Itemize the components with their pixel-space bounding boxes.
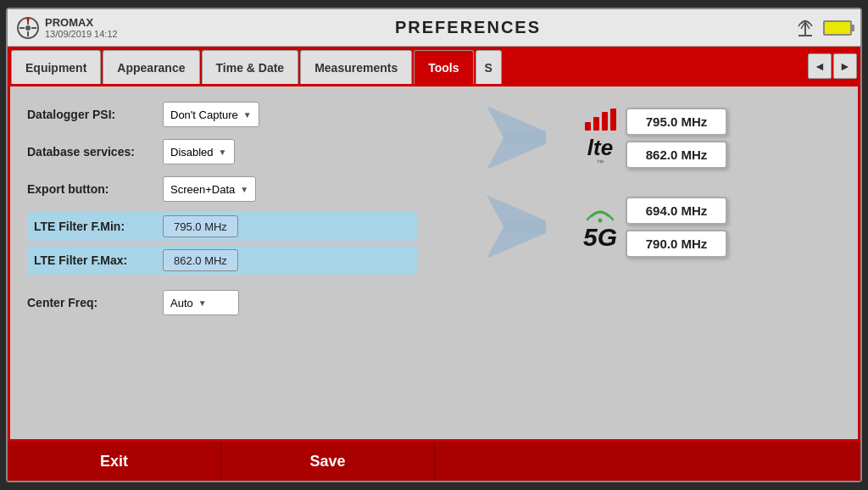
nav-prev-button[interactable]: ◄ <box>808 53 832 79</box>
viz-panel: lte ™ 795.0 MHz 862.0 MHz <box>487 98 843 427</box>
lte-freq-min-box[interactable]: 795.0 MHz <box>626 108 727 136</box>
svg-rect-13 <box>585 122 591 131</box>
tab-timedate[interactable]: Time & Date <box>202 50 299 84</box>
center-freq-value: Auto <box>170 297 193 309</box>
bottom-bar: Exit Save <box>8 442 860 481</box>
fiveg-freq-max-box[interactable]: 790.0 MHz <box>626 230 727 258</box>
export-label: Export button: <box>27 182 163 196</box>
lte-funnel-icon <box>487 102 580 174</box>
export-row: Export button: Screen+Data ▼ <box>27 175 417 203</box>
lte-freq-max-box[interactable]: 862.0 MHz <box>626 141 727 169</box>
center-freq-label: Center Freq: <box>27 296 163 309</box>
lte-section: lte ™ 795.0 MHz 862.0 MHz <box>487 102 843 174</box>
nav-next-button[interactable]: ► <box>833 53 857 79</box>
svg-rect-16 <box>610 109 616 131</box>
empty-area <box>435 442 860 481</box>
datalogger-row: Datalogger PSI: Don't Capture ▼ <box>27 100 417 129</box>
exit-button[interactable]: Exit <box>8 442 221 481</box>
svg-marker-18 <box>504 220 546 233</box>
brand-date: 13/09/2019 14:12 <box>45 29 118 39</box>
datalogger-select[interactable]: Don't Capture ▼ <box>163 102 259 127</box>
window-title: PREFERENCES <box>152 18 784 37</box>
export-arrow: ▼ <box>240 185 248 194</box>
svg-rect-15 <box>602 112 608 131</box>
database-select[interactable]: Disabled ▼ <box>163 139 235 164</box>
tab-appearance[interactable]: Appearance <box>103 50 199 84</box>
center-freq-select[interactable]: Auto ▼ <box>163 290 239 315</box>
fiveg-freq-boxes: 694.0 MHz 790.0 MHz <box>626 197 727 258</box>
lte-min-label: LTE Filter F.Min: <box>34 220 163 233</box>
lte-max-label: LTE Filter F.Max: <box>34 253 163 267</box>
fiveg-funnel-icon <box>487 191 580 263</box>
lte-text: lte <box>587 136 613 160</box>
tab-s[interactable]: S <box>476 50 502 84</box>
fiveg-logo-area: 5G <box>580 203 626 251</box>
save-button[interactable]: Save <box>221 442 435 481</box>
svg-point-5 <box>25 25 31 31</box>
lte-freq-boxes: 795.0 MHz 862.0 MHz <box>626 108 727 169</box>
database-row: Database services: Disabled ▼ <box>27 137 417 166</box>
center-freq-arrow: ▼ <box>198 298 207 308</box>
lte-max-row: LTE Filter F.Max: 862.0 MHz <box>27 246 417 275</box>
database-arrow: ▼ <box>219 148 227 157</box>
lte-signal-svg <box>583 109 617 132</box>
datalogger-arrow: ▼ <box>243 110 252 120</box>
fiveg-freq-min-box[interactable]: 694.0 MHz <box>626 197 727 225</box>
lte-min-row: LTE Filter F.Min: 795.0 MHz <box>27 212 417 241</box>
content-area: Datalogger PSI: Don't Capture ▼ Database… <box>8 84 860 442</box>
tab-nav: ◄ ► <box>808 50 857 84</box>
lte-trademark: ™ <box>597 159 604 167</box>
lte-signal-bars <box>583 109 617 136</box>
svg-rect-14 <box>593 117 599 131</box>
datalogger-label: Datalogger PSI: <box>27 108 163 121</box>
brand-name: PROMAX <box>45 16 118 29</box>
tab-bar: Equipment Appearance Time & Date Measure… <box>8 47 860 84</box>
compass-icon <box>16 16 40 40</box>
brand-info: PROMAX 13/09/2019 14:12 <box>45 16 118 39</box>
title-bar: PROMAX 13/09/2019 14:12 PREFERENCES <box>8 9 860 47</box>
lte-max-value[interactable]: 862.0 MHz <box>163 249 238 271</box>
svg-point-19 <box>598 219 603 223</box>
title-bar-right <box>784 17 852 39</box>
database-value: Disabled <box>170 146 214 159</box>
title-bar-left: PROMAX 13/09/2019 14:12 <box>16 16 152 40</box>
svg-marker-12 <box>504 131 546 144</box>
datalogger-value: Don't Capture <box>170 109 238 121</box>
lte-logo-area: lte ™ <box>580 109 626 167</box>
lte-min-value[interactable]: 795.0 MHz <box>163 215 238 237</box>
database-label: Database services: <box>27 145 163 159</box>
fiveg-signal-svg <box>583 203 617 223</box>
fiveg-text: 5G <box>583 223 617 251</box>
export-value: Screen+Data <box>170 183 235 196</box>
tab-equipment[interactable]: Equipment <box>11 50 101 84</box>
app-window: PROMAX 13/09/2019 14:12 PREFERENCES Equi… <box>6 8 862 482</box>
tab-tools[interactable]: Tools <box>414 50 473 84</box>
antenna-icon <box>794 17 816 39</box>
center-freq-row: Center Freq: Auto ▼ <box>27 288 417 317</box>
export-select[interactable]: Screen+Data ▼ <box>163 176 256 202</box>
form-panel: Datalogger PSI: Don't Capture ▼ Database… <box>27 100 417 326</box>
fiveg-section: 5G 694.0 MHz 790.0 MHz <box>487 191 843 263</box>
battery-icon <box>823 20 852 36</box>
tab-measurements[interactable]: Measurements <box>300 50 412 84</box>
